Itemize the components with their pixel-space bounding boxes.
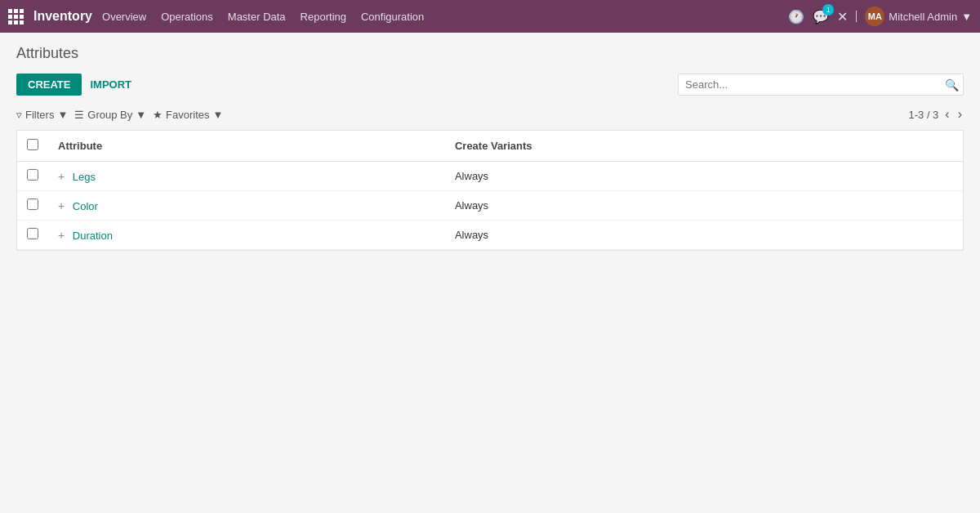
filter-icon: ▿ <box>16 109 22 121</box>
search-input[interactable] <box>678 74 964 96</box>
import-button[interactable]: IMPORT <box>90 78 131 91</box>
apps-menu-icon[interactable] <box>8 9 24 25</box>
group-by-dropdown-icon: ▼ <box>136 109 146 121</box>
table-row: + Color Always <box>17 191 963 221</box>
navbar: Inventory Overview Operations Master Dat… <box>0 0 980 33</box>
row-checkbox-legs[interactable] <box>27 169 38 181</box>
table-header-row: Attribute Create Variants <box>17 131 963 162</box>
col-header-create-variants: Create Variants <box>445 131 963 162</box>
group-by-button[interactable]: ☰ Group By ▼ <box>74 109 146 121</box>
avatar: MA <box>865 7 884 26</box>
chat-icon[interactable]: 💬 1 <box>813 9 829 25</box>
row-name-legs[interactable]: Legs <box>73 171 96 183</box>
pagination-info: 1-3 / 3 <box>908 109 938 121</box>
user-menu[interactable]: MA Mitchell Admin ▼ <box>865 7 972 26</box>
row-variants-duration: Always <box>445 221 963 250</box>
star-icon: ★ <box>153 109 163 121</box>
table-row: + Legs Always <box>17 162 963 191</box>
prev-page-button[interactable]: ‹ <box>943 107 951 122</box>
top-menu: Overview Operations Master Data Reportin… <box>102 11 424 23</box>
filter-bar: ▿ Filters ▼ ☰ Group By ▼ ★ Favorites ▼ 1… <box>16 107 964 122</box>
app-title: Inventory <box>33 9 92 24</box>
filters-button[interactable]: ▿ Filters ▼ <box>16 109 68 121</box>
row-add-icon-duration[interactable]: + <box>58 229 65 242</box>
row-variants-legs: Always <box>445 162 963 191</box>
filters-dropdown-icon: ▼ <box>57 109 68 121</box>
next-page-button[interactable]: › <box>956 107 964 122</box>
row-name-duration[interactable]: Duration <box>73 230 113 242</box>
menu-master-data[interactable]: Master Data <box>228 11 286 23</box>
select-all-checkbox[interactable] <box>27 139 38 150</box>
main-content: Attributes CREATE IMPORT 🔍 ▿ Filters ▼ ☰… <box>0 33 980 513</box>
search-bar: 🔍 <box>678 74 964 96</box>
user-dropdown-icon: ▼ <box>961 11 972 23</box>
nav-divider <box>856 11 857 22</box>
attributes-table: Attribute Create Variants + Legs Always … <box>16 130 964 251</box>
row-checkbox-color[interactable] <box>27 199 38 210</box>
group-by-icon: ☰ <box>74 109 84 121</box>
menu-configuration[interactable]: Configuration <box>361 11 424 23</box>
toolbar: CREATE IMPORT 🔍 <box>16 74 964 96</box>
menu-operations[interactable]: Operations <box>161 11 213 23</box>
pagination: 1-3 / 3 ‹ › <box>908 107 964 122</box>
clock-icon[interactable]: 🕐 <box>788 9 804 25</box>
favorites-button[interactable]: ★ Favorites ▼ <box>153 109 223 121</box>
row-add-icon-legs[interactable]: + <box>58 170 65 183</box>
table-row: + Duration Always <box>17 221 963 250</box>
menu-reporting[interactable]: Reporting <box>301 11 346 23</box>
create-button[interactable]: CREATE <box>16 74 82 96</box>
favorites-dropdown-icon: ▼ <box>213 109 224 121</box>
row-variants-color: Always <box>445 191 963 221</box>
col-header-attribute: Attribute <box>48 131 445 162</box>
row-checkbox-duration[interactable] <box>27 228 38 239</box>
user-name: Mitchell Admin <box>889 11 957 23</box>
close-icon[interactable]: ✕ <box>837 9 848 25</box>
menu-overview[interactable]: Overview <box>102 11 146 23</box>
search-button[interactable]: 🔍 <box>945 78 959 91</box>
notification-badge: 1 <box>822 4 834 16</box>
row-name-color[interactable]: Color <box>73 200 98 212</box>
row-add-icon-color[interactable]: + <box>58 199 65 212</box>
page-title: Attributes <box>16 45 964 62</box>
